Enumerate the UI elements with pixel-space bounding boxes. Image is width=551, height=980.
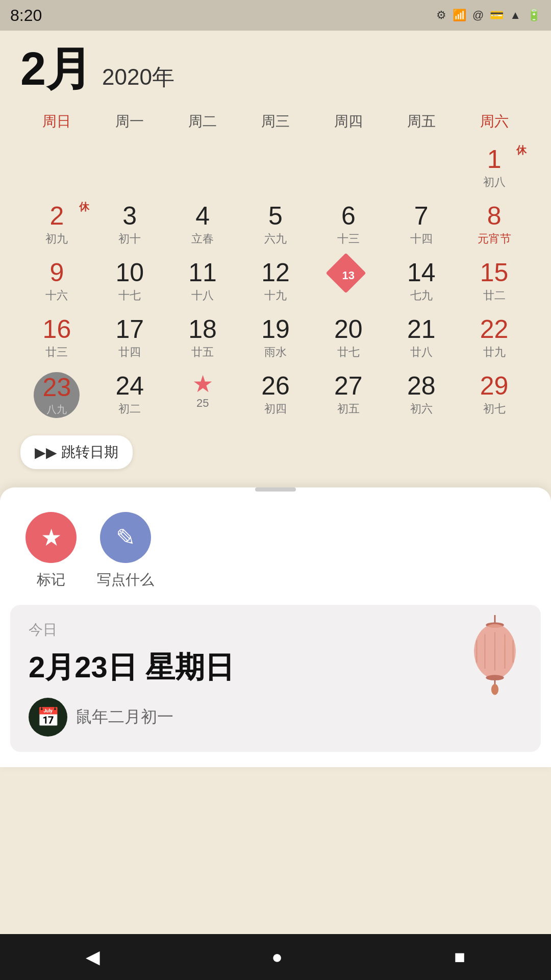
month-title: 2月 2020年 [20,46,531,92]
weekday-fri: 周五 [385,108,458,135]
jump-date-button[interactable]: ▶▶ 跳转日期 [20,435,133,469]
day-number-21: 21 [407,315,436,344]
day-8[interactable]: 8 元宵节 [458,197,531,254]
day-lunar-19: 雨水 [264,345,287,360]
day-lunar-20: 廿七 [337,345,360,360]
day-29[interactable]: 29 初七 [458,367,531,426]
day-number-7: 7 [414,202,429,230]
day-23[interactable]: 23 八九 [20,367,93,426]
svg-point-10 [491,684,498,695]
calendar-small-icon: 📅 [37,706,60,728]
mark-button[interactable]: ★ [26,512,77,563]
day-number-6: 6 [341,202,356,230]
weekday-thu: 周四 [312,108,385,135]
battery-icon: 🔋 [527,9,541,22]
day-lunar-21: 廿八 [410,345,433,360]
day-6[interactable]: 6 十三 [312,197,385,254]
weekday-wed: 周三 [239,108,312,135]
nav-home-button[interactable]: ● [251,941,303,973]
day-11[interactable]: 11 十八 [166,254,239,310]
day-18[interactable]: 18 廿五 [166,310,239,367]
day-16[interactable]: 16 廿三 [20,310,93,367]
calendar-icon-circle: 📅 [29,698,67,737]
day-lunar-27: 初五 [337,401,360,416]
day-22[interactable]: 22 廿九 [458,310,531,367]
day-5[interactable]: 5 六九 [239,197,312,254]
day-26[interactable]: 26 初四 [239,367,312,426]
nav-recent-button[interactable]: ■ [434,941,486,973]
day-number-29: 29 [480,372,509,400]
action-mark[interactable]: ★ 标记 [26,512,77,590]
day-20[interactable]: 20 廿七 [312,310,385,367]
day-19[interactable]: 19 雨水 [239,310,312,367]
day-28[interactable]: 28 初六 [385,367,458,426]
day-lunar-3: 初十 [118,231,141,247]
status-icons: ⚙ 📶 @ 💳 ▲ 🔋 [436,9,541,22]
day-lunar-15: 廿二 [483,288,506,303]
day-number-20: 20 [334,315,363,344]
day-lunar-2: 初九 [45,231,68,247]
day-3[interactable]: 3 初十 [93,197,166,254]
day-7[interactable]: 7 十四 [385,197,458,254]
day-lunar-25: 25 [196,397,209,410]
day-21[interactable]: 21 廿八 [385,310,458,367]
day-12[interactable]: 12 十九 [239,254,312,310]
day-lunar-28: 初六 [410,401,433,416]
day-lunar-11: 十八 [191,288,214,303]
day-number-28: 28 [407,372,436,400]
day-15[interactable]: 15 廿二 [458,254,531,310]
nav-back-button[interactable]: ◀ [65,941,120,973]
day-24[interactable]: 24 初二 [93,367,166,426]
day-number-16: 16 [43,315,71,344]
day-lunar-26: 初四 [264,401,287,416]
day-4[interactable]: 4 立春 [166,197,239,254]
day-lunar-12: 十九 [264,288,287,303]
day-number-14: 14 [407,259,436,287]
day-number-23: 23 [43,374,71,402]
day-13[interactable]: 13 [312,254,385,310]
day-lunar-16: 廿三 [45,345,68,360]
day-25[interactable]: ★ 25 [166,367,239,426]
weekday-tue: 周二 [166,108,239,135]
empty-cell [312,140,385,197]
day-number-1: 1 [487,145,502,174]
empty-cell [385,140,458,197]
today-circle: 23 八九 [34,372,80,418]
day-lunar-24: 初二 [118,401,141,416]
write-button[interactable]: ✎ [100,512,151,563]
year-chinese: 2020年 [102,62,174,92]
today-lunar-row: 📅 鼠年二月初一 [29,698,522,737]
settings-icon: ⚙ [436,9,446,22]
day-number-19: 19 [261,315,290,344]
day-lunar-1: 初八 [483,175,506,190]
day-14[interactable]: 14 七九 [385,254,458,310]
day-17[interactable]: 17 廿四 [93,310,166,367]
day-number-4: 4 [195,202,210,230]
at-icon: @ [472,9,484,22]
day-number-11: 11 [188,259,217,287]
bottom-sheet: ★ 标记 ✎ 写点什么 [0,487,551,767]
day-lunar-23: 八九 [46,403,67,416]
mark-label: 标记 [37,570,65,590]
signal-icon: ▲ [510,9,521,22]
day-2[interactable]: 休 2 初九 [20,197,93,254]
today-card: 今日 2月23日 星期日 📅 鼠年二月初一 [10,605,541,752]
day-number-24: 24 [115,372,144,400]
write-label: 写点什么 [97,570,154,590]
day-lunar-6: 十三 [337,231,360,247]
empty-cell [239,140,312,197]
day-number-15: 15 [480,259,509,287]
day-number-26: 26 [261,372,290,400]
day-number-17: 17 [115,315,144,344]
day-27[interactable]: 27 初五 [312,367,385,426]
diamond-label-13: 13 [342,269,355,282]
weekday-sun: 周日 [20,108,93,135]
action-write[interactable]: ✎ 写点什么 [97,512,154,590]
svg-point-8 [486,675,504,680]
day-1[interactable]: 休 1 初八 [458,140,531,197]
empty-cell [20,140,93,197]
day-9[interactable]: 9 十六 [20,254,93,310]
day-lunar-22: 廿九 [483,345,506,360]
action-row: ★ 标记 ✎ 写点什么 [0,507,551,605]
day-10[interactable]: 10 十七 [93,254,166,310]
